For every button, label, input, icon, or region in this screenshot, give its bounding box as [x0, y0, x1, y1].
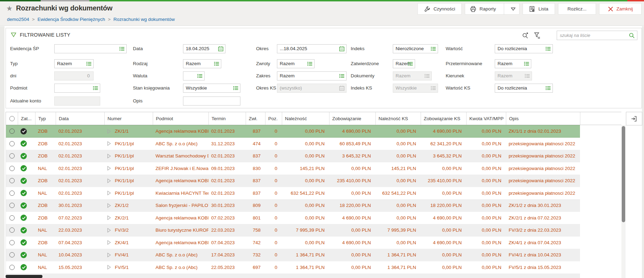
- favorite-star-icon[interactable]: ★: [6, 5, 13, 12]
- calendar-icon[interactable]: [339, 46, 344, 52]
- column-header-termin[interactable]: Termin: [208, 112, 246, 125]
- filter-field-waluta[interactable]: [183, 71, 205, 80]
- list-icon[interactable]: [431, 47, 436, 51]
- table-row[interactable]: ZOB02.01.2023PK/1/1/plAgencja reklamowa …: [6, 175, 580, 187]
- horizontal-scrollbar-thumb[interactable]: [6, 275, 42, 278]
- row-radio[interactable]: [6, 162, 18, 175]
- list-icon[interactable]: [93, 86, 98, 91]
- expand-triangle-icon[interactable]: [107, 191, 111, 195]
- filter-funnel-icon[interactable]: [534, 32, 541, 39]
- column-header-zobowiazanie-ks[interactable]: Zobowiązanie KS: [421, 112, 466, 125]
- list-icon[interactable]: [119, 47, 125, 51]
- table-row[interactable]: ZOB07.02.2023ZK/2/1Agencja reklamowa KOB…: [6, 212, 580, 224]
- filter-field-typ[interactable]: Razem: [54, 59, 94, 68]
- column-header-zobowiazanie[interactable]: Zobowiązanie: [329, 112, 375, 125]
- row-radio[interactable]: [6, 224, 18, 237]
- row-radio[interactable]: [6, 150, 18, 162]
- filter-field-indeks[interactable]: Nierozliczone: [393, 44, 438, 53]
- table-row[interactable]: ZOB02.01.2023PK/1/1/plABC Sp. z o.o (Abc…: [6, 138, 580, 150]
- list-icon[interactable]: [233, 86, 238, 91]
- select-all-radio[interactable]: [6, 112, 18, 125]
- vertical-scrollbar-thumb[interactable]: [622, 126, 625, 222]
- column-header-naleznosc-ks[interactable]: Należność KS: [375, 112, 421, 125]
- column-header-zat[interactable]: Zat...: [18, 112, 35, 125]
- table-row[interactable]: ZOB02.01.2023ZK/1/1Agencja reklamowa KOB…: [6, 125, 580, 138]
- table-row[interactable]: NAL22.03.2023FV/3/2Biuro turystyczne KUR…: [6, 224, 580, 237]
- table-row[interactable]: NAL02.01.2023PK/1/1/plKwiaciarnia HIACYN…: [6, 187, 580, 200]
- filter-field-opis[interactable]: [183, 96, 240, 106]
- filter-field-warto[interactable]: Do rozliczenia: [495, 44, 553, 53]
- breadcrumb-link-current[interactable]: Rozrachunki wg dokumentów: [113, 17, 175, 22]
- czynnosci-button[interactable]: Czynności: [418, 3, 462, 15]
- row-radio[interactable]: [6, 138, 18, 150]
- filter-field-ewidencja-p[interactable]: [54, 44, 127, 53]
- row-radio[interactable]: [6, 187, 18, 200]
- row-radio[interactable]: [6, 249, 18, 261]
- expand-triangle-icon[interactable]: [107, 141, 111, 146]
- list-icon[interactable]: [546, 47, 551, 51]
- column-header-typ[interactable]: Typ: [35, 112, 56, 125]
- filter-field-rodzaj[interactable]: Razem: [183, 59, 221, 68]
- row-radio[interactable]: [6, 175, 18, 187]
- search-input[interactable]: [557, 33, 628, 38]
- lista-button[interactable]: Lista: [523, 3, 555, 15]
- list-icon[interactable]: [214, 62, 219, 66]
- column-header-poz[interactable]: Poz.: [265, 112, 282, 125]
- list-icon[interactable]: [307, 62, 312, 66]
- table-row-partial[interactable]: [6, 273, 580, 278]
- search-icon[interactable]: [628, 32, 637, 39]
- expand-triangle-icon[interactable]: [107, 203, 111, 208]
- table-row[interactable]: NAL02.01.2023PK/1/1/plZEFIR J.Nowak i E.…: [6, 162, 580, 175]
- breadcrumb-link-module[interactable]: Ewidencja Środków Pieniężnych: [38, 17, 105, 22]
- column-header-kwota-vat[interactable]: Kwota VAT/MPP: [466, 112, 506, 125]
- expand-triangle-icon[interactable]: [107, 178, 111, 183]
- expand-triangle-icon[interactable]: [107, 253, 111, 257]
- filter-field-warto-ks[interactable]: Do rozliczenia: [495, 84, 553, 93]
- calendar-icon[interactable]: [218, 46, 223, 52]
- filter-field-data[interactable]: 18.04.2025: [183, 44, 225, 53]
- table-row[interactable]: ZOB30.01.2023ZK/1/2Salon fryzjerski - PA…: [6, 199, 580, 212]
- zamknij-button[interactable]: Zamknij: [599, 3, 642, 15]
- table-row[interactable]: ZOB07.04.2023ZK/4/1Agencja reklamowa KOB…: [6, 237, 580, 249]
- vertical-scrollbar[interactable]: [621, 125, 626, 278]
- filter-field-podmiot[interactable]: [54, 84, 100, 93]
- rozlicz-button[interactable]: Rozlicz...: [558, 3, 596, 15]
- row-radio[interactable]: [6, 237, 18, 249]
- list-icon[interactable]: [524, 62, 529, 66]
- table-row[interactable]: NAL15.05.2023FV/5/1ABC Sp. z o.o (Abc)22…: [6, 261, 580, 274]
- list-icon[interactable]: [86, 62, 92, 66]
- advanced-search-icon[interactable]: [522, 32, 529, 39]
- filter-field-zwroty[interactable]: Razem: [277, 59, 315, 68]
- column-header-numer[interactable]: Numer: [104, 112, 153, 125]
- filter-field-zatwierdzone[interactable]: Razem: [393, 59, 415, 68]
- filter-field-stan-ksi-gowania[interactable]: Wszystkie: [183, 84, 240, 93]
- list-icon[interactable]: [408, 62, 413, 66]
- expand-triangle-icon[interactable]: [107, 166, 111, 171]
- row-radio[interactable]: [6, 212, 18, 224]
- filter-field-okres[interactable]: ...18.04.2025: [277, 44, 347, 53]
- column-header-podmiot[interactable]: Podmiot: [153, 112, 208, 125]
- row-radio[interactable]: [6, 125, 18, 138]
- filter-field-przeterminowane[interactable]: Razem: [495, 59, 531, 68]
- row-radio[interactable]: [6, 199, 18, 212]
- filter-field-zakres[interactable]: Razem: [277, 71, 347, 80]
- column-header-opis[interactable]: Opis: [506, 112, 580, 125]
- column-header-data[interactable]: Data: [56, 112, 104, 125]
- expand-triangle-icon[interactable]: [107, 228, 111, 233]
- open-record-button[interactable]: [626, 112, 642, 125]
- raporty-button[interactable]: Raporty: [465, 3, 519, 15]
- breadcrumb-link-root[interactable]: demo2504: [7, 17, 29, 22]
- list-icon[interactable]: [339, 74, 344, 78]
- column-header-zwl[interactable]: Zwł.: [246, 112, 265, 125]
- expand-triangle-icon[interactable]: [107, 240, 111, 245]
- column-header-naleznosc[interactable]: Należność: [282, 112, 329, 125]
- expand-triangle-icon[interactable]: [107, 265, 111, 270]
- expand-triangle-icon[interactable]: [107, 129, 111, 134]
- row-radio[interactable]: [6, 261, 18, 274]
- expand-triangle-icon[interactable]: [107, 154, 111, 159]
- expand-triangle-icon[interactable]: [107, 215, 111, 220]
- list-icon[interactable]: [546, 86, 551, 91]
- list-icon[interactable]: [197, 74, 202, 78]
- table-row[interactable]: NAL10.04.2023FV/4/1ABC Sp. z o.o (Abc)17…: [6, 249, 580, 261]
- table-row[interactable]: ZOB02.01.2023PK/1/1/plWarsztat Samochodo…: [6, 150, 580, 162]
